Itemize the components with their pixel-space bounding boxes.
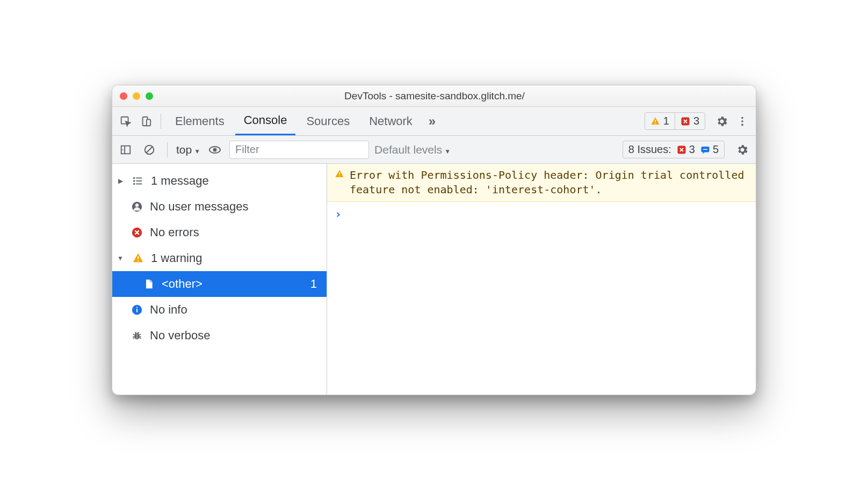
list-icon — [131, 175, 146, 187]
toggle-sidebar-icon[interactable] — [117, 141, 135, 159]
caret-down-icon — [115, 254, 125, 262]
divider — [167, 142, 168, 157]
console-sidebar: 1 message No user messages No errors — [112, 164, 327, 395]
svg-point-18 — [133, 177, 135, 179]
sidebar-item-label: 1 warning — [151, 251, 202, 265]
window-title: DevTools - samesite-sandbox.glitch.me/ — [121, 90, 748, 102]
svg-line-12 — [147, 147, 153, 152]
log-levels-select[interactable]: Default levels — [374, 143, 451, 156]
issues-label: 8 Issues: — [628, 143, 671, 156]
tab-sources[interactable]: Sources — [298, 107, 358, 135]
svg-point-8 — [741, 123, 743, 126]
tabs-overflow-icon[interactable]: » — [423, 114, 441, 129]
sidebar-item-label: No verbose — [150, 329, 211, 343]
filter-input[interactable] — [229, 141, 369, 159]
chevron-down-icon — [194, 143, 200, 156]
issues-button[interactable]: 8 Issues: 3 5 — [623, 141, 725, 158]
svg-rect-2 — [147, 119, 150, 126]
svg-rect-21 — [136, 180, 142, 181]
console-settings-icon[interactable] — [733, 141, 751, 159]
sidebar-item-user[interactable]: No user messages — [112, 194, 327, 220]
divider — [161, 114, 161, 129]
svg-point-25 — [135, 203, 139, 207]
sidebar-item-label: No info — [150, 303, 187, 317]
svg-rect-3 — [655, 120, 656, 122]
warnings-badge[interactable]: 1 — [645, 113, 675, 129]
clear-console-icon[interactable] — [140, 141, 158, 159]
device-toggle-icon[interactable] — [137, 112, 155, 130]
svg-rect-28 — [138, 260, 139, 261]
main-tabbar: Elements Console Sources Network » 1 3 — [112, 107, 756, 136]
sidebar-item-verbose[interactable]: No verbose — [112, 323, 327, 348]
file-icon — [141, 278, 156, 290]
sidebar-item-info[interactable]: No info — [112, 297, 327, 323]
svg-point-22 — [133, 183, 135, 185]
console-prompt[interactable]: › — [327, 202, 756, 226]
context-label: top — [176, 143, 192, 156]
warning-icon — [335, 169, 344, 197]
sidebar-item-messages[interactable]: 1 message — [112, 168, 327, 194]
status-badges[interactable]: 1 3 — [645, 112, 705, 130]
svg-point-7 — [741, 120, 743, 122]
svg-rect-4 — [655, 123, 656, 124]
svg-rect-23 — [136, 184, 142, 185]
issues-info-chip: 5 — [700, 143, 719, 156]
chevron-down-icon — [444, 143, 451, 156]
sidebar-item-label: <other> — [162, 277, 202, 291]
issues-info-count: 5 — [713, 143, 719, 156]
svg-rect-30 — [136, 309, 138, 312]
devtools-window: DevTools - samesite-sandbox.glitch.me/ E… — [112, 85, 756, 395]
bug-icon — [129, 330, 144, 341]
errors-count: 3 — [693, 115, 699, 127]
svg-point-6 — [741, 117, 743, 119]
console-body: 1 message No user messages No errors — [112, 164, 756, 395]
context-selector[interactable]: top — [176, 143, 200, 156]
titlebar: DevTools - samesite-sandbox.glitch.me/ — [112, 85, 756, 107]
prompt-glyph: › — [335, 207, 342, 221]
settings-icon[interactable] — [713, 112, 731, 130]
kebab-menu-icon[interactable] — [733, 112, 751, 130]
sidebar-item-errors[interactable]: No errors — [112, 220, 327, 245]
svg-rect-35 — [339, 176, 340, 177]
svg-rect-17 — [703, 149, 707, 150]
console-message-text: Error with Permissions-Policy header: Or… — [350, 168, 748, 197]
svg-rect-27 — [138, 256, 139, 259]
inspect-element-icon[interactable] — [117, 112, 135, 130]
issues-errors-chip: 3 — [677, 143, 695, 156]
console-toolbar: top Default levels 8 Issues: 3 5 — [112, 136, 756, 164]
warning-icon — [131, 252, 146, 264]
tab-network[interactable]: Network — [360, 107, 421, 135]
tab-console[interactable]: Console — [235, 107, 296, 135]
warnings-count: 1 — [663, 115, 669, 127]
console-warning-row[interactable]: Error with Permissions-Policy header: Or… — [327, 164, 756, 202]
error-icon — [129, 227, 144, 238]
user-icon — [129, 201, 144, 213]
svg-rect-19 — [136, 178, 142, 179]
svg-point-20 — [133, 180, 135, 182]
svg-rect-34 — [339, 172, 340, 175]
issues-errors-count: 3 — [689, 143, 695, 156]
caret-right-icon — [115, 177, 125, 185]
info-icon — [129, 304, 144, 316]
levels-label: Default levels — [374, 143, 442, 156]
tab-elements[interactable]: Elements — [167, 107, 233, 135]
svg-point-14 — [213, 148, 217, 151]
sidebar-item-label: No user messages — [150, 200, 248, 214]
console-output: Error with Permissions-Policy header: Or… — [327, 164, 756, 395]
sidebar-item-count: 1 — [310, 277, 321, 291]
errors-badge[interactable]: 3 — [675, 113, 705, 129]
sidebar-item-other[interactable]: <other> 1 — [112, 271, 327, 297]
sidebar-item-label: 1 message — [151, 174, 209, 188]
sidebar-item-warnings[interactable]: 1 warning — [112, 245, 327, 271]
sidebar-item-label: No errors — [150, 226, 199, 239]
live-expression-icon[interactable] — [206, 141, 224, 159]
svg-rect-31 — [136, 307, 138, 308]
